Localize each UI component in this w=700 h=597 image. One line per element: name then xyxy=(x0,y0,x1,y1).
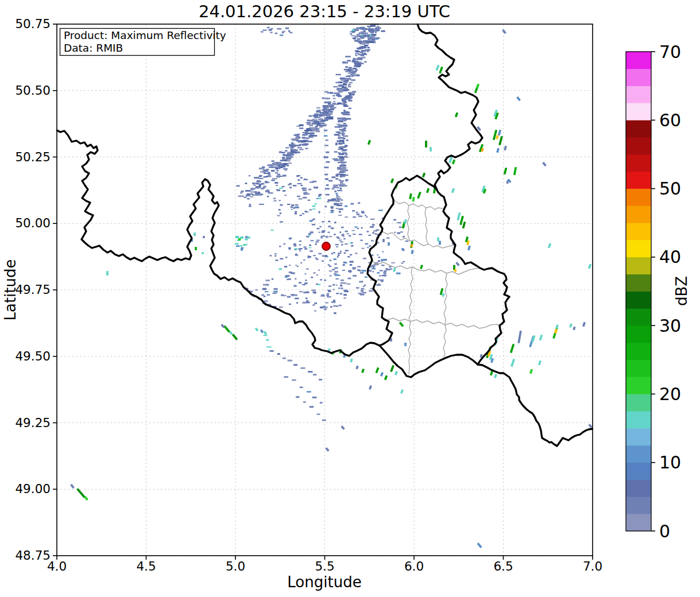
radar-echo xyxy=(378,284,380,285)
radar-echo xyxy=(330,212,333,213)
radar-echo xyxy=(357,214,359,215)
radar-echo xyxy=(338,133,344,134)
radar-echo xyxy=(351,245,353,246)
radar-echo xyxy=(303,192,307,193)
radar-echo xyxy=(351,230,355,231)
radar-echo xyxy=(391,262,395,263)
colorbar-band xyxy=(626,497,651,514)
radar-echo xyxy=(275,172,278,174)
radar-echo xyxy=(297,175,300,177)
radar-echo xyxy=(291,273,295,274)
radar-echo xyxy=(377,26,380,27)
radar-echo xyxy=(297,183,302,184)
colorbar-tick-label: 30 xyxy=(659,316,681,336)
radar-echo xyxy=(330,259,332,261)
radar-echo xyxy=(364,285,366,286)
radar-echo xyxy=(312,119,317,121)
radar-echo xyxy=(283,175,286,176)
colorbar-axis-label: dBZ xyxy=(673,276,690,306)
radar-echo xyxy=(250,188,254,189)
radar-echo xyxy=(303,134,308,135)
radar-echo xyxy=(284,266,287,268)
radar-echo xyxy=(320,402,323,404)
radar-echo xyxy=(341,288,343,289)
radar-echo xyxy=(370,28,374,30)
radar-echo xyxy=(267,196,269,197)
radar-echo xyxy=(347,233,349,234)
radar-echo xyxy=(360,272,363,274)
radar-echo xyxy=(329,265,331,267)
radar-echo-cell xyxy=(245,236,247,238)
radar-echo xyxy=(274,182,279,184)
radar-echo xyxy=(315,243,317,245)
radar-echo xyxy=(299,282,301,284)
radar-echo xyxy=(337,103,341,104)
radar-echo-cell xyxy=(437,238,439,242)
radar-echo xyxy=(326,294,328,296)
radar-echo xyxy=(266,173,269,174)
radar-echo xyxy=(341,280,344,281)
radar-echo xyxy=(369,245,371,247)
radar-echo xyxy=(268,192,273,193)
radar-echo xyxy=(367,51,369,52)
radar-echo xyxy=(347,284,350,285)
colorbar-band xyxy=(626,274,651,291)
radar-echo xyxy=(296,396,299,398)
radar-echo xyxy=(317,228,320,229)
radar-echo xyxy=(357,38,361,40)
radar-echo xyxy=(322,420,326,421)
radar-echo xyxy=(343,169,348,170)
radar-echo xyxy=(331,228,334,230)
radar-echo xyxy=(402,250,404,251)
radar-echo xyxy=(347,98,351,99)
y-tick-label: 49.25 xyxy=(15,416,51,430)
radar-echo xyxy=(284,195,287,196)
radar-echo xyxy=(361,43,365,45)
radar-echo xyxy=(315,126,318,127)
radar-echo xyxy=(381,265,385,266)
radar-echo xyxy=(393,219,396,221)
radar-echo xyxy=(296,302,298,304)
radar-echo xyxy=(377,254,378,255)
radar-echo xyxy=(280,258,283,259)
radar-echo xyxy=(338,119,343,121)
radar-echo xyxy=(338,215,342,216)
radar-echo xyxy=(316,129,319,130)
radar-echo xyxy=(304,248,307,250)
colorbar-band xyxy=(626,240,651,257)
info-data-line: Data: RMIB xyxy=(64,42,123,54)
radar-echo xyxy=(368,47,370,48)
radar-echo xyxy=(335,278,339,280)
radar-echo xyxy=(361,55,364,56)
radar-echo xyxy=(297,266,299,267)
radar-echo xyxy=(372,254,374,256)
radar-echo xyxy=(343,149,347,151)
radar-echo xyxy=(353,269,355,270)
radar-echo xyxy=(264,335,268,336)
radar-echo xyxy=(349,261,353,262)
radar-echo xyxy=(266,339,269,341)
colorbar-band xyxy=(626,103,651,120)
radar-echo xyxy=(279,307,283,308)
radar-echo xyxy=(302,284,305,285)
colorbar-band xyxy=(626,137,651,154)
colorbar-band xyxy=(626,257,651,274)
radar-echo xyxy=(249,175,251,176)
radar-echo xyxy=(360,28,362,30)
radar-echo xyxy=(364,45,368,46)
radar-echo xyxy=(339,211,341,213)
radar-echo xyxy=(342,142,345,144)
radar-echo xyxy=(293,364,297,366)
radar-echo xyxy=(334,151,338,153)
radar-echo xyxy=(348,84,351,86)
radar-echo xyxy=(339,140,344,142)
radar-echo xyxy=(390,268,392,269)
radar-echo xyxy=(394,232,396,233)
radar-echo-cell xyxy=(195,247,197,250)
radar-echo xyxy=(359,234,362,235)
radar-echo xyxy=(340,241,343,242)
radar-echo xyxy=(349,108,351,110)
radar-echo xyxy=(352,31,355,33)
radar-echo xyxy=(331,301,335,303)
radar-echo xyxy=(310,181,314,183)
